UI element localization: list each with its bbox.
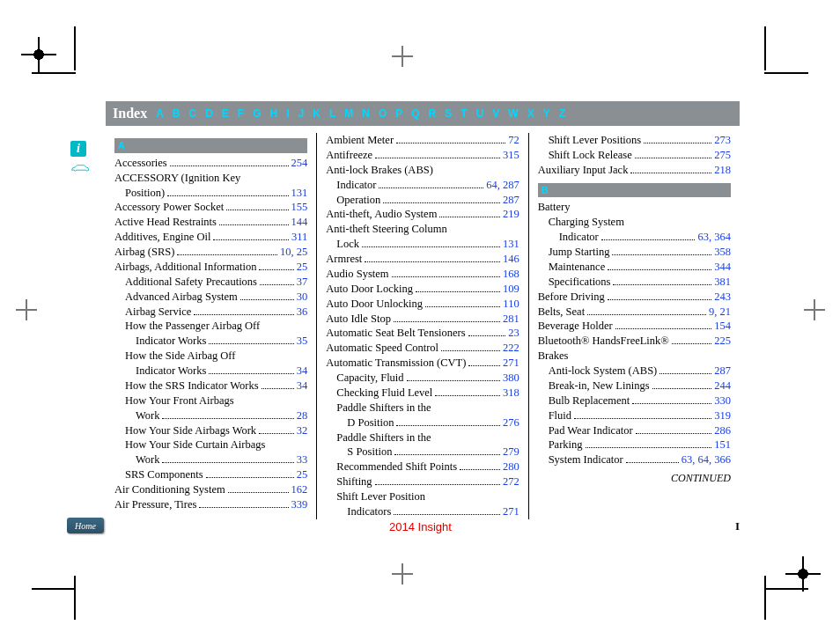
entry-page-link[interactable]: 72 bbox=[508, 133, 519, 148]
entry-page-link[interactable]: 10, 25 bbox=[280, 245, 307, 260]
entry-page-link[interactable]: 110 bbox=[503, 297, 519, 312]
entry-page-link[interactable]: 162 bbox=[291, 482, 308, 497]
entry-label: Indicator Works bbox=[136, 364, 206, 379]
home-button[interactable]: Home bbox=[67, 518, 104, 533]
alpha-link-j[interactable]: J bbox=[298, 107, 305, 120]
entry-page-link[interactable]: 33 bbox=[297, 452, 308, 467]
info-icon[interactable]: i bbox=[70, 141, 86, 157]
alpha-link-o[interactable]: O bbox=[379, 107, 387, 120]
entry-page-link[interactable]: 155 bbox=[291, 200, 308, 215]
alpha-link-w[interactable]: W bbox=[508, 107, 518, 120]
index-entry: Accessory Power Socket155 bbox=[114, 200, 307, 215]
alpha-link-m[interactable]: M bbox=[344, 107, 353, 120]
entry-page-link[interactable]: 222 bbox=[503, 341, 519, 356]
entry-page-link[interactable]: 225 bbox=[714, 334, 731, 349]
index-entry: Automatic Seat Belt Tensioners23 bbox=[326, 326, 519, 341]
entry-page-link[interactable]: 315 bbox=[503, 148, 519, 163]
entry-page-link[interactable]: 131 bbox=[291, 186, 308, 201]
alpha-link-t[interactable]: T bbox=[461, 107, 467, 120]
entry-page-link[interactable]: 273 bbox=[714, 133, 731, 148]
alpha-link-z[interactable]: Z bbox=[559, 107, 565, 120]
entry-page-link[interactable]: 35 bbox=[297, 334, 308, 349]
entry-page-link[interactable]: 34 bbox=[297, 364, 308, 379]
alpha-link-l[interactable]: L bbox=[329, 107, 335, 120]
entry-page-link[interactable]: 279 bbox=[503, 445, 519, 460]
entry-page-link[interactable]: 146 bbox=[503, 252, 519, 267]
index-entry: Jump Starting358 bbox=[538, 245, 731, 260]
index-entry: Brakes bbox=[538, 349, 731, 364]
car-icon[interactable] bbox=[70, 162, 90, 178]
entry-page-link[interactable]: 254 bbox=[291, 156, 308, 171]
alpha-link-a[interactable]: A bbox=[156, 107, 164, 120]
entry-page-link[interactable]: 34 bbox=[297, 379, 308, 393]
alpha-link-v[interactable]: V bbox=[492, 107, 499, 120]
alpha-link-g[interactable]: G bbox=[253, 107, 261, 120]
alpha-link-r[interactable]: R bbox=[429, 107, 437, 120]
entry-page-link[interactable]: 381 bbox=[714, 275, 731, 290]
entry-page-link[interactable]: 311 bbox=[291, 230, 307, 245]
entry-page-link[interactable]: 131 bbox=[503, 237, 519, 252]
alpha-link-d[interactable]: D bbox=[205, 107, 213, 120]
entry-page-link[interactable]: 63, 64, 366 bbox=[682, 452, 731, 467]
entry-page-link[interactable]: 281 bbox=[503, 312, 519, 327]
entry-page-link[interactable]: 275 bbox=[714, 148, 731, 163]
entry-page-link[interactable]: 36 bbox=[297, 305, 308, 320]
entry-page-link[interactable]: 109 bbox=[503, 282, 519, 297]
entry-page-link[interactable]: 23 bbox=[508, 326, 519, 341]
entry-page-link[interactable]: 218 bbox=[714, 163, 731, 178]
entry-page-link[interactable]: 276 bbox=[503, 415, 519, 430]
alpha-link-p[interactable]: P bbox=[395, 107, 402, 120]
entry-page-link[interactable]: 271 bbox=[503, 504, 519, 519]
entry-page-link[interactable]: 154 bbox=[714, 319, 731, 334]
section-header-a: A bbox=[114, 138, 307, 153]
entry-page-link[interactable]: 244 bbox=[714, 379, 731, 393]
entry-page-link[interactable]: 330 bbox=[714, 393, 731, 408]
entry-page-link[interactable]: 318 bbox=[503, 386, 519, 401]
alpha-link-n[interactable]: N bbox=[362, 107, 370, 120]
entry-label: Position) bbox=[125, 186, 165, 201]
entry-page-link[interactable]: 286 bbox=[714, 423, 731, 438]
entry-label: Indicator Works bbox=[136, 334, 206, 349]
entry-page-link[interactable]: 28 bbox=[297, 408, 308, 423]
entry-label: Specifications bbox=[549, 275, 611, 290]
entry-page-link[interactable]: 63, 364 bbox=[697, 230, 731, 245]
index-entry: Beverage Holder154 bbox=[538, 319, 731, 334]
alpha-link-y[interactable]: Y bbox=[543, 107, 550, 120]
alpha-link-b[interactable]: B bbox=[173, 107, 181, 120]
entry-page-link[interactable]: 64, 287 bbox=[486, 178, 519, 193]
entry-page-link[interactable]: 25 bbox=[297, 467, 308, 482]
entry-page-link[interactable]: 339 bbox=[291, 497, 308, 512]
entry-page-link[interactable]: 287 bbox=[714, 364, 731, 379]
alpha-link-s[interactable]: S bbox=[445, 107, 452, 120]
entry-page-link[interactable]: 243 bbox=[714, 290, 731, 305]
entry-page-link[interactable]: 287 bbox=[503, 193, 519, 208]
entry-page-link[interactable]: 272 bbox=[503, 474, 519, 489]
alpha-link-e[interactable]: E bbox=[222, 107, 229, 120]
alpha-link-h[interactable]: H bbox=[270, 107, 278, 120]
entry-page-link[interactable]: 30 bbox=[297, 290, 308, 305]
entry-page-link[interactable]: 25 bbox=[297, 260, 308, 275]
entry-page-link[interactable]: 271 bbox=[503, 356, 519, 371]
index-entry: Before Driving243 bbox=[538, 290, 731, 305]
alpha-link-i[interactable]: I bbox=[286, 107, 289, 120]
alpha-link-k[interactable]: K bbox=[313, 107, 321, 120]
alpha-link-u[interactable]: U bbox=[476, 107, 484, 120]
entry-label: Ambient Meter bbox=[326, 133, 394, 148]
entry-page-link[interactable]: 344 bbox=[714, 260, 731, 275]
entry-page-link[interactable]: 280 bbox=[503, 460, 519, 474]
alpha-link-f[interactable]: F bbox=[238, 107, 244, 120]
entry-page-link[interactable]: 144 bbox=[291, 215, 308, 230]
entry-page-link[interactable]: 219 bbox=[503, 207, 519, 222]
entry-page-link[interactable]: 168 bbox=[503, 267, 519, 282]
alpha-link-q[interactable]: Q bbox=[411, 107, 419, 120]
alpha-link-x[interactable]: X bbox=[527, 107, 534, 120]
entry-page-link[interactable]: 37 bbox=[297, 275, 308, 290]
entry-page-link[interactable]: 380 bbox=[503, 371, 519, 386]
entry-page-link[interactable]: 32 bbox=[297, 423, 308, 438]
entry-page-link[interactable]: 358 bbox=[714, 245, 731, 260]
entry-page-link[interactable]: 319 bbox=[714, 408, 731, 423]
entry-page-link[interactable]: 9, 21 bbox=[709, 305, 731, 320]
entry-page-link[interactable]: 151 bbox=[714, 438, 731, 452]
index-entry: Auto Idle Stop281 bbox=[326, 312, 519, 327]
alpha-link-c[interactable]: C bbox=[188, 107, 196, 120]
